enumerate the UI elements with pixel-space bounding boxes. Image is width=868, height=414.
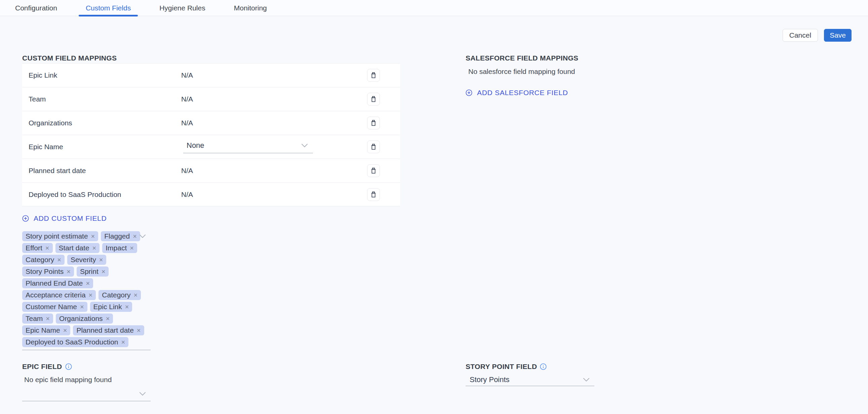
- chip-acceptance-criteria: Acceptance criteria×: [22, 290, 96, 300]
- mapping-row-deployed-to-saas-production: Deployed to SaaS ProductionN/A: [22, 183, 400, 206]
- field-label: Deployed to SaaS Production: [22, 191, 181, 199]
- remove-chip-icon[interactable]: ×: [86, 280, 90, 287]
- remove-chip-icon[interactable]: ×: [63, 327, 67, 334]
- field-value: N/A: [181, 119, 367, 127]
- remove-chip-icon[interactable]: ×: [46, 315, 50, 322]
- field-value: N/A: [181, 95, 367, 103]
- chip-label: Customer Name: [26, 303, 77, 311]
- remove-chip-icon[interactable]: ×: [99, 256, 103, 263]
- chip-team: Team×: [22, 314, 53, 324]
- custom-field-mappings-title-text: CUSTOM FIELD MAPPINGS: [22, 53, 117, 63]
- save-button[interactable]: Save: [824, 29, 851, 42]
- chip-row: Story Points×Sprint×: [22, 266, 151, 277]
- chip-row: Planned End Date×: [22, 278, 151, 288]
- chevron-down-icon: [583, 378, 589, 381]
- chip-label: Sprint: [80, 267, 98, 276]
- cancel-button[interactable]: Cancel: [783, 29, 818, 42]
- trash-icon: [370, 119, 377, 127]
- field-label: Team: [22, 95, 181, 103]
- chip-sprint: Sprint×: [76, 266, 109, 277]
- remove-chip-icon[interactable]: ×: [101, 268, 105, 275]
- story-point-field-select[interactable]: Story Points: [466, 373, 594, 386]
- delete-planned-start-date-button[interactable]: [367, 164, 380, 177]
- info-icon[interactable]: [65, 363, 72, 370]
- trash-icon: [370, 143, 377, 151]
- add-salesforce-field-button[interactable]: ADD SALESFORCE FIELD: [466, 88, 568, 98]
- remove-chip-icon[interactable]: ×: [45, 245, 50, 251]
- field-value-text: N/A: [181, 71, 193, 79]
- salesforce-empty-message: No salesforce field mapping found: [466, 68, 735, 75]
- field-value-text: N/A: [181, 95, 193, 103]
- chip-label: Story Points: [26, 267, 64, 276]
- delete-team-button[interactable]: [367, 93, 380, 105]
- chip-row: Story point estimate×Flagged×: [22, 231, 151, 241]
- chip-row: Customer Name×Epic Link×: [22, 302, 151, 312]
- tab-custom-fields[interactable]: Custom Fields: [79, 0, 138, 16]
- remove-chip-icon[interactable]: ×: [67, 268, 71, 275]
- plus-circle-icon: [22, 215, 29, 222]
- field-label: Planned start date: [22, 167, 181, 175]
- tab-monitoring[interactable]: Monitoring: [227, 0, 274, 16]
- chip-epic-link: Epic Link×: [90, 302, 132, 312]
- chip-label: Epic Link: [93, 303, 122, 311]
- tab-hygiene-rules[interactable]: Hygiene Rules: [152, 0, 213, 16]
- field-value: None: [181, 139, 367, 155]
- delete-organizations-button[interactable]: [367, 117, 380, 129]
- field-value-text: N/A: [181, 191, 193, 199]
- chip-story-point-estimate: Story point estimate×: [22, 231, 98, 241]
- chip-label: Planned start date: [76, 326, 133, 335]
- remove-chip-icon[interactable]: ×: [121, 339, 125, 345]
- epic-name-select[interactable]: None: [183, 138, 313, 153]
- chip-planned-end-date: Planned End Date×: [22, 278, 93, 288]
- custom-fields-multiselect[interactable]: Story point estimate×Flagged×Effort×Star…: [22, 231, 151, 350]
- chevron-down-icon: [140, 392, 146, 395]
- story-point-field-section: STORY POINT FIELD Story Points: [466, 361, 594, 386]
- chip-label: Team: [26, 315, 43, 323]
- remove-chip-icon[interactable]: ×: [133, 233, 137, 240]
- chevron-down-icon: [140, 234, 146, 238]
- epic-field-select[interactable]: [22, 386, 151, 401]
- delete-deployed-to-saas-production-button[interactable]: [367, 188, 380, 201]
- story-point-field-title: STORY POINT FIELD: [466, 361, 594, 372]
- add-custom-field-button[interactable]: ADD CUSTOM FIELD: [22, 213, 106, 223]
- chip-category: Category×: [98, 290, 141, 300]
- chip-label: Story point estimate: [26, 232, 88, 240]
- remove-chip-icon[interactable]: ×: [57, 256, 61, 263]
- trash-icon: [370, 71, 377, 79]
- chip-row: Acceptance criteria×Category×: [22, 290, 151, 300]
- tab-bar: ConfigurationCustom FieldsHygiene RulesM…: [0, 0, 868, 16]
- remove-chip-icon[interactable]: ×: [89, 292, 93, 298]
- info-icon[interactable]: [540, 363, 547, 370]
- chip-row: Epic Name×Planned start date×: [22, 325, 151, 336]
- remove-chip-icon[interactable]: ×: [91, 233, 95, 240]
- remove-chip-icon[interactable]: ×: [125, 304, 129, 310]
- delete-epic-link-button[interactable]: [367, 69, 380, 82]
- field-label: Epic Name: [22, 143, 181, 151]
- epic-field-empty-message: No epic field mapping found: [22, 376, 400, 384]
- delete-epic-name-button[interactable]: [367, 140, 380, 153]
- mapping-row-team: TeamN/A: [22, 87, 400, 111]
- trash-icon: [370, 167, 377, 174]
- field-label: Epic Link: [22, 71, 181, 79]
- remove-chip-icon[interactable]: ×: [92, 245, 96, 251]
- chip-row: Effort×Start date×Impact×: [22, 243, 151, 253]
- remove-chip-icon[interactable]: ×: [130, 245, 134, 251]
- mapping-row-planned-start-date: Planned start dateN/A: [22, 159, 400, 183]
- chip-label: Effort: [26, 244, 42, 252]
- trash-icon: [370, 95, 377, 103]
- salesforce-field-mappings-title: SALESFORCE FIELD MAPPINGS: [466, 53, 735, 63]
- story-point-field-value: Story Points: [470, 375, 509, 384]
- remove-chip-icon[interactable]: ×: [134, 292, 138, 298]
- remove-chip-icon[interactable]: ×: [137, 327, 141, 334]
- chip-story-points: Story Points×: [22, 266, 74, 277]
- chip-label: Planned End Date: [26, 279, 83, 287]
- chip-label: Severity: [71, 256, 96, 264]
- field-label: Organizations: [22, 119, 181, 127]
- chip-category: Category×: [22, 255, 65, 265]
- chip-customer-name: Customer Name×: [22, 302, 87, 312]
- remove-chip-icon[interactable]: ×: [106, 315, 110, 322]
- custom-fields-settings-page: ConfigurationCustom FieldsHygiene RulesM…: [0, 0, 868, 414]
- chip-label: Flagged: [104, 232, 130, 240]
- tab-configuration[interactable]: Configuration: [8, 0, 64, 16]
- remove-chip-icon[interactable]: ×: [80, 304, 84, 310]
